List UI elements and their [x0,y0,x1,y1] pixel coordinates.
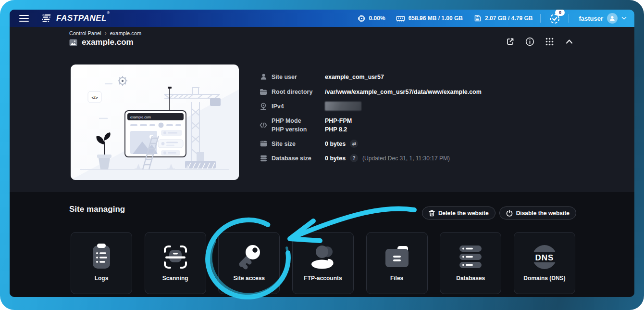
fastpanel-app: FASTPANEL® 0.00% [10,10,634,297]
code-illustration: </> [88,91,101,103]
username-label: fastuser [579,15,603,22]
title-actions [505,37,574,46]
menu-icon[interactable] [19,15,29,22]
database-size-updated-note: (Updated Dec 31, 1, 11:30:17 PM) [362,155,450,162]
disk-usage-stat: 2.07 GB / 4.79 GB [473,14,533,22]
browser-illustration: example.com [125,111,186,157]
section-title: Site managing [69,205,125,214]
card-ftp-accounts[interactable]: FTP-accounts [292,232,354,294]
page-title: example.com [69,38,134,47]
fastpanel-logo-icon [41,13,53,23]
ipv4-row: IPv4 [260,102,361,111]
browser-title-text: example.com [130,115,151,119]
php-mode-row: PHP Mode PHP-FPM [260,116,352,125]
user-icon [609,15,616,22]
site-managing-section: Site managing Delete the website [10,192,634,297]
key-icon [235,240,262,274]
root-directory-row: Root directory /var/www/example_com_usr5… [260,87,482,96]
section-buttons: Delete the website Disable the website [422,207,576,220]
cpu-usage-stat: 0.00% [358,14,385,23]
database-size-row: Database size 0 bytes ? (Updated Dec 31,… [260,154,450,163]
site-image-icon [69,39,77,46]
scanning-icon [162,240,189,274]
collapse-chevron-up-icon[interactable] [564,37,574,46]
page-title-text: example.com [82,38,134,47]
breadcrumb-root[interactable]: Control Panel [69,30,101,36]
site-illustration: </> example.com [71,65,239,180]
breadcrumb-separator-icon: › [105,30,107,37]
registered-mark: ® [107,11,110,15]
svg-text:</>: </> [91,95,98,100]
user-icon [260,73,267,81]
apps-grid-icon[interactable] [545,37,554,46]
location-pin-icon [260,103,267,110]
disable-website-button[interactable]: Disable the website [499,207,576,220]
card-databases[interactable]: Databases [440,232,501,294]
card-logs[interactable]: Logs [71,232,132,294]
dns-icon-text: DNS [535,253,554,262]
card-files[interactable]: Files [366,232,428,294]
avatar [607,13,618,24]
php-version-row: PHP version PHP 8.2 [260,125,347,134]
dns-globe-icon: DNS [531,240,558,274]
logo-text: FASTPANEL® [56,13,110,23]
topbar-right: 0.00% 658.96 MB / 1.00 GB [347,12,627,25]
topbar-divider-2 [569,14,569,23]
databases-icon [457,240,484,274]
refresh-icon[interactable]: ⇄ [350,140,358,148]
managing-cards: Logs Scanning [71,232,575,294]
site-size-row: Site size 0 bytes ⇄ [260,139,358,148]
gear-illustration [118,76,127,86]
tasks-count-badge: 0 [555,10,565,16]
card-scanning[interactable]: Scanning [145,232,206,294]
ram-usage-stat: 658.96 MB / 1.00 GB [396,15,463,22]
files-folder-icon [383,240,411,274]
card-domains-dns[interactable]: DNS Domains (DNS) [514,232,575,294]
top-navbar: FASTPANEL® 0.00% [10,10,634,27]
tasks-button[interactable]: 0 [548,12,561,25]
trash-icon [429,210,435,217]
fastpanel-logo[interactable]: FASTPANEL® [41,13,110,23]
delete-website-button[interactable]: Delete the website [422,207,495,220]
ram-icon [396,15,405,22]
topbar-divider [540,14,541,23]
chevron-down-icon [621,16,627,20]
user-menu[interactable]: fastuser [579,13,627,24]
cpu-icon [358,14,366,23]
info-icon[interactable] [525,37,534,46]
logs-icon [88,240,115,274]
folder-icon [260,88,267,96]
ipv4-redacted-value [325,102,361,111]
browser-window-icon [260,140,267,148]
card-site-access[interactable]: Site access [218,232,280,294]
ftp-accounts-icon [310,240,336,274]
power-icon [506,210,513,217]
open-site-icon[interactable] [505,37,515,46]
help-icon[interactable]: ? [350,154,358,162]
site-user-row: Site user example_com_usr57 [260,72,384,81]
breadcrumb: Control Panel › example.com [69,30,141,37]
breadcrumb-current: example.com [110,30,141,36]
database-icon [260,155,267,162]
disk-icon [473,14,482,22]
screenshot-stage: FASTPANEL® 0.00% [0,0,644,310]
